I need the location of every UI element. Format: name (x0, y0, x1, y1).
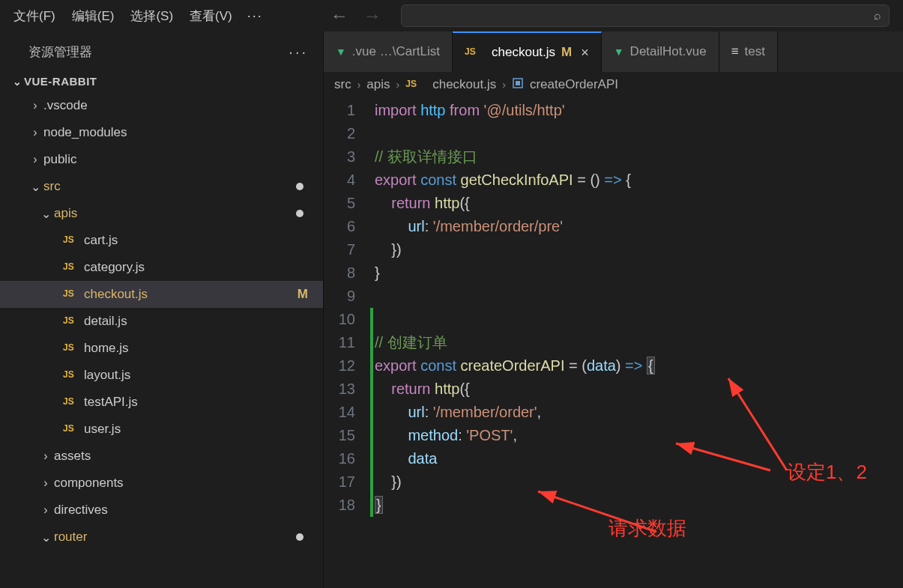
nav-forward-icon[interactable]: → (363, 5, 381, 26)
tab-label: .vue …\CartList (352, 44, 440, 59)
folder-item[interactable]: ›public (0, 146, 323, 173)
folder-label: router (54, 530, 87, 545)
folder-label: .vscode (43, 98, 88, 113)
close-icon[interactable]: × (581, 45, 589, 61)
folder-label: assets (54, 449, 91, 464)
code-editor[interactable]: 123456789101112131415161718 import http … (324, 97, 903, 588)
file-label: cart.js (84, 233, 118, 248)
vue-file-icon: ▼ (614, 46, 624, 58)
folder-item[interactable]: ›node_modules (0, 119, 323, 146)
file-label: testAPI.js (84, 395, 138, 410)
file-label: detail.js (84, 314, 127, 329)
menu-edit[interactable]: 编辑(E) (64, 4, 122, 28)
js-file-icon: JS (63, 423, 79, 435)
folder-item[interactable]: ›.vscode (0, 92, 323, 119)
chevron-icon: › (27, 153, 43, 166)
folder-label: apis (54, 206, 77, 221)
file-label: user.js (84, 422, 121, 437)
file-item[interactable]: JSdetail.js (0, 308, 323, 335)
chevron-icon: › (27, 99, 43, 112)
code-lines: import http from '@/utils/http' // 获取详情接… (369, 97, 903, 588)
modified-badge: M (561, 45, 572, 60)
search-bar[interactable]: ⌕ (401, 4, 890, 27)
breadcrumb-part: apis (366, 77, 390, 92)
sidebar: 资源管理器 ··· ⌄ VUE-RABBIT ›.vscode›node_mod… (0, 31, 324, 588)
chevron-right-icon: › (396, 79, 400, 91)
file-item[interactable]: JScategory.js (0, 254, 323, 281)
tab-label: checkout.js (492, 45, 555, 60)
file-item[interactable]: JScheckout.jsM (0, 281, 323, 308)
chevron-icon: › (37, 503, 54, 517)
chevron-icon: › (27, 126, 43, 139)
js-file-icon: JS (465, 46, 481, 58)
file-item[interactable]: JStestAPI.js (0, 389, 323, 416)
modified-dot-icon (296, 183, 303, 190)
editor-area: ▼.vue …\CartListJScheckout.js M ×▼Detail… (324, 31, 903, 588)
breadcrumb-symbol: createOrderAPI (530, 77, 618, 92)
js-file-icon: JS (63, 288, 79, 300)
sidebar-actions-icon[interactable]: ··· (289, 43, 308, 61)
file-label: layout.js (84, 368, 130, 383)
folder-item[interactable]: ›components (0, 470, 323, 497)
chevron-down-icon: ⌄ (10, 76, 24, 88)
menu-select[interactable]: 选择(S) (123, 4, 181, 28)
file-label: category.js (84, 260, 145, 275)
search-icon: ⌕ (874, 9, 881, 22)
annotation-2: 请求数据 (608, 517, 686, 540)
chevron-icon: › (37, 449, 54, 463)
list-icon: ≡ (731, 44, 739, 59)
file-item[interactable]: JSlayout.js (0, 362, 323, 389)
js-file-icon: JS (63, 261, 79, 273)
menu-file[interactable]: 文件(F) (6, 4, 63, 28)
sidebar-project-header[interactable]: ⌄ VUE-RABBIT (0, 72, 323, 91)
folder-label: node_modules (43, 125, 127, 140)
line-gutter: 123456789101112131415161718 (324, 97, 369, 588)
file-label: home.js (84, 341, 129, 356)
folder-item[interactable]: ⌄router (0, 524, 323, 551)
breadcrumb[interactable]: src › apis › JS checkout.js › createOrde… (324, 72, 903, 97)
tab-label: DetailHot.vue (630, 44, 707, 59)
editor-tab[interactable]: ▼.vue …\CartList (324, 31, 453, 72)
chevron-icon: ⌄ (37, 207, 54, 221)
chevron-icon: ⌄ (27, 180, 43, 194)
file-label: checkout.js (84, 287, 148, 302)
modified-badge: M (298, 287, 308, 302)
menu-more[interactable]: ··· (241, 5, 269, 27)
js-file-icon: JS (63, 234, 79, 246)
menubar: 文件(F) 编辑(E) 选择(S) 查看(V) ··· ← → ⌕ (0, 0, 903, 31)
folder-item[interactable]: ⌄apis (0, 200, 323, 227)
js-file-icon: JS (63, 369, 79, 381)
folder-label: directives (54, 503, 108, 518)
file-item[interactable]: JScart.js (0, 227, 323, 254)
breadcrumb-part: src (334, 77, 351, 92)
js-file-icon: JS (63, 315, 79, 327)
folder-label: components (54, 476, 124, 491)
svg-rect-1 (516, 81, 520, 85)
chevron-right-icon: › (357, 79, 361, 91)
js-file-icon: JS (405, 79, 422, 91)
folder-item[interactable]: ›directives (0, 497, 323, 524)
js-file-icon: JS (63, 396, 79, 408)
nav-back-icon[interactable]: ← (330, 5, 348, 26)
chevron-icon: ⌄ (37, 530, 54, 545)
modified-dot-icon (296, 210, 303, 217)
tab-label: test (745, 44, 765, 59)
file-item[interactable]: JSuser.js (0, 416, 323, 443)
editor-tab[interactable]: ≡test (719, 31, 778, 72)
modified-dot-icon (296, 533, 303, 541)
breadcrumb-file: checkout.js (432, 77, 496, 92)
js-file-icon: JS (63, 342, 79, 354)
folder-label: src (43, 179, 61, 194)
folder-item[interactable]: ›assets (0, 443, 323, 470)
tabbar: ▼.vue …\CartListJScheckout.js M ×▼Detail… (324, 31, 903, 72)
sidebar-title: 资源管理器 (28, 43, 92, 61)
editor-tab[interactable]: ▼DetailHot.vue (602, 31, 719, 72)
folder-item[interactable]: ⌄src (0, 173, 323, 200)
editor-tab[interactable]: JScheckout.js M × (453, 31, 602, 72)
vue-file-icon: ▼ (336, 46, 346, 58)
folder-label: public (43, 152, 76, 167)
menu-view[interactable]: 查看(V) (182, 4, 240, 28)
file-item[interactable]: JShome.js (0, 335, 323, 362)
chevron-right-icon: › (502, 79, 506, 91)
chevron-icon: › (37, 476, 54, 490)
